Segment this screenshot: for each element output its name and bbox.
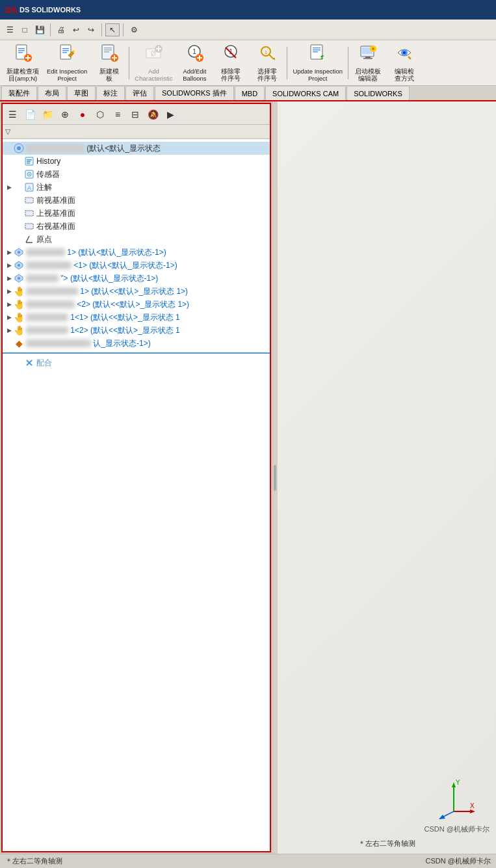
tb-sep3 bbox=[348, 47, 348, 79]
save-btn[interactable]: 💾 bbox=[33, 23, 47, 36]
3d-viewport[interactable]: Y X ＊左右二等角轴测 bbox=[278, 101, 496, 854]
svg-text:1: 1 bbox=[193, 48, 197, 55]
svg-rect-27 bbox=[197, 57, 202, 59]
tab-sketch[interactable]: 草图 bbox=[67, 86, 96, 100]
part3-expander[interactable]: ▶ bbox=[5, 275, 13, 282]
launch-template-button[interactable]: 启动模板编辑器 bbox=[350, 43, 385, 83]
svg-rect-2 bbox=[18, 50, 25, 51]
panel-splitter[interactable] bbox=[272, 101, 278, 854]
part4-expander[interactable]: ▶ bbox=[5, 288, 13, 295]
lp-btn-circle[interactable]: ● bbox=[74, 107, 91, 122]
select-btn[interactable]: ↖ bbox=[105, 23, 120, 36]
svg-rect-3 bbox=[18, 52, 23, 53]
svg-rect-14 bbox=[104, 51, 109, 53]
lp-btn-mute[interactable]: 🔕 bbox=[144, 107, 161, 122]
svg-marker-77 bbox=[470, 809, 475, 813]
origin-label: 原点 bbox=[36, 234, 52, 245]
options-btn[interactable]: ⚙ bbox=[127, 23, 141, 36]
lp-btn-list[interactable]: ☰ bbox=[4, 107, 21, 122]
tree-item-mates[interactable]: 配合 bbox=[3, 356, 270, 369]
lp-btn-target[interactable]: ⊕ bbox=[57, 107, 73, 122]
lp-btn-properties[interactable]: 📄 bbox=[21, 107, 38, 122]
svg-rect-37 bbox=[313, 49, 320, 51]
annotations-icon: A bbox=[23, 181, 35, 193]
redo-btn[interactable]: ↪ bbox=[84, 23, 98, 36]
new-template-button[interactable]: 新建模板 bbox=[92, 43, 127, 83]
svg-text:1: 1 bbox=[265, 49, 268, 55]
right-area: Y X ＊左右二等角轴测 CSDN @机械师卡尔 bbox=[278, 101, 496, 854]
edit-inspection-button[interactable]: Edit InspectionProject bbox=[44, 43, 90, 83]
add-characteristic-label: AddCharacteristic bbox=[135, 68, 172, 83]
svg-point-70 bbox=[18, 277, 20, 280]
tree-area[interactable]: (默认<默认_显示状态 History bbox=[3, 139, 270, 851]
tree-item-top-plane[interactable]: 上视基准面 bbox=[3, 207, 270, 220]
part5-expander[interactable]: ▶ bbox=[5, 301, 13, 308]
lp-btn-grid[interactable]: ⬡ bbox=[92, 107, 109, 122]
tb-sep1 bbox=[129, 47, 129, 79]
part3-label: "> (默认<默认_显示状态-1>) bbox=[26, 273, 158, 284]
svg-rect-10 bbox=[62, 52, 67, 53]
lp-btn-lines[interactable]: ≡ bbox=[109, 107, 126, 122]
update-inspection-icon bbox=[309, 44, 327, 66]
tree-item-sensors[interactable]: 传感器 bbox=[3, 168, 270, 181]
tree-item-annotations[interactable]: ▶ A 注解 bbox=[3, 181, 270, 194]
select-item-number-label: 选择零件序号 bbox=[257, 68, 277, 83]
svg-rect-50 bbox=[27, 161, 31, 163]
select-item-number-button[interactable]: 1 选择零件序号 bbox=[250, 43, 285, 83]
lp-btn-filter[interactable]: ⊟ bbox=[127, 107, 144, 122]
undo-btn[interactable]: ↩ bbox=[69, 23, 83, 36]
tab-sw-plugins[interactable]: SOLIDWORKS 插件 bbox=[155, 86, 234, 100]
tab-layout[interactable]: 布局 bbox=[38, 86, 66, 100]
tree-item-origin[interactable]: 原点 bbox=[3, 233, 270, 246]
tab-evaluate[interactable]: 评估 bbox=[125, 86, 154, 100]
new-inspection-icon bbox=[14, 44, 32, 66]
sep1 bbox=[50, 23, 51, 36]
tree-item-part6[interactable]: ▶ 🤚 1<1> (默认<<默认>_显示状态 1 bbox=[3, 311, 270, 324]
tree-item-part1[interactable]: ▶ 1> (默认<默认_显示状态-1>) bbox=[3, 246, 270, 259]
part2-expander[interactable]: ▶ bbox=[5, 262, 13, 269]
tree-item-front-plane[interactable]: 前视基准面 bbox=[3, 194, 270, 207]
status-bar: ＊左右二等角轴测 CSDN @机械师卡尔 bbox=[0, 854, 496, 868]
update-inspection-button[interactable]: Update InspectionProject bbox=[289, 43, 346, 83]
add-edit-balloons-button[interactable]: 1 Add/EditBalloons bbox=[177, 43, 212, 83]
status-view-label: ＊左右二等角轴测 bbox=[5, 856, 62, 866]
open-btn[interactable]: □ bbox=[18, 23, 32, 36]
print-btn[interactable]: 🖨 bbox=[54, 23, 68, 36]
annotations-expander[interactable]: ▶ bbox=[5, 184, 13, 191]
new-btn[interactable]: ☰ bbox=[3, 23, 17, 36]
tab-annotation[interactable]: 标注 bbox=[96, 86, 125, 100]
part6-expander[interactable]: ▶ bbox=[5, 314, 13, 321]
svg-text:X: X bbox=[470, 802, 475, 809]
tab-solidworks[interactable]: SOLIDWORKS bbox=[346, 86, 410, 100]
svg-text:Ø: Ø bbox=[151, 50, 156, 57]
part5-icon: 🤚 bbox=[13, 298, 25, 310]
root-label: (默认<默认_显示状态 bbox=[26, 143, 161, 154]
lp-btn-more[interactable]: ▶ bbox=[162, 107, 179, 122]
tab-mbd[interactable]: MBD bbox=[235, 86, 265, 100]
svg-text:A: A bbox=[27, 185, 31, 191]
part4-icon: 🤚 bbox=[13, 285, 25, 297]
axis-indicator: Y X bbox=[431, 776, 476, 821]
lp-btn-folder[interactable]: 📁 bbox=[39, 107, 56, 122]
new-inspection-button[interactable]: 新建检查项目(amp;N) bbox=[3, 43, 42, 83]
tree-item-part8[interactable]: ◆ 认_显示状态-1>) bbox=[3, 337, 270, 350]
tab-sw-cam[interactable]: SOLIDWORKS CAM bbox=[265, 86, 346, 100]
top-plane-label: 上视基准面 bbox=[36, 208, 75, 219]
remove-item-number-button[interactable]: 1 移除零件序号 bbox=[213, 43, 248, 83]
tree-item-part5[interactable]: ▶ 🤚 <2> (默认<<默认>_显示状态 1>) bbox=[3, 298, 270, 311]
tree-item-part7[interactable]: ▶ 🤚 1<2> (默认<<默认>_显示状态 1 bbox=[3, 324, 270, 337]
tree-item-root[interactable]: (默认<默认_显示状态 bbox=[3, 142, 270, 155]
edit-inspection-icon bbox=[58, 44, 76, 66]
tree-item-part3[interactable]: ▶ "> (默认<默认_显示状态-1>) bbox=[3, 272, 270, 285]
tree-item-history[interactable]: History bbox=[3, 155, 270, 168]
tab-assembly[interactable]: 装配件 bbox=[1, 86, 37, 100]
tree-item-part4[interactable]: ▶ 🤚 1> (默认<<默认>_显示状态 1>) bbox=[3, 285, 270, 298]
left-panel: ☰ 📄 📁 ⊕ ● ⬡ ≡ ⊟ 🔕 ▶ ▽ bbox=[1, 103, 271, 852]
toolbar-row2: 新建检查项目(amp;N) Edit InspectionProject bbox=[0, 40, 496, 86]
part1-expander[interactable]: ▶ bbox=[5, 249, 13, 256]
edit-view-button[interactable]: 编辑检查方式 bbox=[387, 43, 422, 83]
tree-item-part2[interactable]: ▶ <1> (默认<默认_显示状态-1>) bbox=[3, 259, 270, 272]
update-inspection-label: Update InspectionProject bbox=[293, 68, 343, 83]
part7-expander[interactable]: ▶ bbox=[5, 327, 13, 334]
tree-item-right-plane[interactable]: 右视基准面 bbox=[3, 220, 270, 233]
